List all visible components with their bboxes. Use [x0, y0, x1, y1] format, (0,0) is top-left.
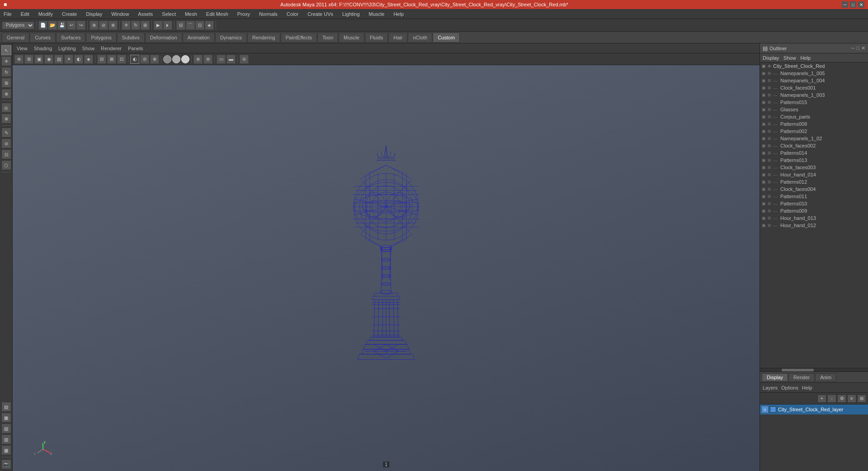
outliner-menu-display[interactable]: Display — [763, 55, 779, 61]
list-item[interactable]: ▣ ⊞ — Patterns002 — [760, 128, 868, 135]
show-manip-tool[interactable]: ⊗ — [1, 114, 11, 124]
menu-lighting[interactable]: Lighting — [340, 10, 362, 18]
outliner-minimize-button[interactable]: ─ — [851, 45, 855, 51]
joint-xray-icon[interactable]: ⊗ — [150, 55, 159, 64]
subtab-options[interactable]: Options — [781, 385, 798, 390]
snap-curve-button[interactable]: ⌒ — [186, 21, 195, 30]
outliner-menu-help[interactable]: Help — [801, 55, 811, 61]
vp-menu-renderer[interactable]: Renderer — [99, 45, 123, 52]
xray-icon[interactable]: ⊘ — [140, 55, 149, 64]
menu-modify[interactable]: Modify — [37, 10, 55, 18]
vp-menu-show[interactable]: Show — [81, 45, 96, 52]
list-item[interactable]: ▣ ⊞ — Clock_faces004 — [760, 186, 868, 193]
artisan-tool[interactable]: ⊡ — [1, 149, 11, 159]
list-item[interactable]: ▣ ⊞ — Hour_hand_012 — [760, 222, 868, 229]
paint-select-button[interactable]: ⊗ — [108, 21, 118, 30]
menu-create[interactable]: Create — [60, 10, 79, 18]
tab-curves[interactable]: Curves — [30, 33, 56, 43]
menu-select[interactable]: Select — [160, 10, 178, 18]
vp-menu-panels[interactable]: Panels — [127, 45, 145, 52]
list-item[interactable]: ▣ ⊞ — Namepanels_1_003 — [760, 91, 868, 99]
3d-viewport[interactable]: x z y 1 — [13, 65, 760, 471]
layer-row[interactable]: V City_Street_Clock_Red_layer — [760, 404, 868, 414]
list-item[interactable]: ▣ ⊞ — Patterns011 — [760, 193, 868, 200]
menu-file[interactable]: File — [2, 10, 14, 18]
layer-options-button[interactable]: ⚙ — [837, 395, 846, 403]
otab-display[interactable]: Display — [762, 373, 788, 381]
polygon-mode-selector[interactable]: Polygons — [2, 21, 34, 29]
soft-select-tool[interactable]: ◎ — [1, 103, 11, 113]
open-scene-button[interactable]: 📂 — [48, 21, 57, 30]
list-item[interactable]: ▣ ⊞ — Patterns009 — [760, 207, 868, 214]
tab-toon[interactable]: Toon — [317, 33, 338, 43]
tab-dynamics[interactable]: Dynamics — [215, 33, 247, 43]
paint-weights-tool[interactable]: ⊘ — [1, 138, 11, 148]
vp-extra-2[interactable]: ⊜ — [203, 55, 212, 64]
menu-normals[interactable]: Normals — [257, 10, 279, 18]
resolution-gate-icon[interactable]: ▭ — [217, 55, 226, 64]
menu-muscle[interactable]: Muscle — [367, 10, 387, 18]
move-tool-button[interactable]: ✛ — [122, 21, 131, 30]
vp-menu-shading[interactable]: Shading — [33, 45, 53, 52]
channel-box-button[interactable]: ▧ — [1, 423, 11, 433]
list-item[interactable]: ▣ ⊞ — Clock_faces003 — [760, 164, 868, 171]
ipr-render-button[interactable]: ⏵ — [163, 21, 172, 30]
scale-tool[interactable]: ⊞ — [1, 78, 11, 88]
tab-hair[interactable]: Hair — [388, 33, 407, 43]
vp-menu-lighting[interactable]: Lighting — [57, 45, 77, 52]
layer-filter-button[interactable]: ⊞ — [857, 395, 866, 403]
render-button[interactable]: ▶ — [154, 21, 163, 30]
tab-fluids[interactable]: Fluids — [365, 33, 388, 43]
close-button[interactable]: ✕ — [858, 1, 864, 8]
menu-proxy[interactable]: Proxy — [236, 10, 252, 18]
maximize-button[interactable]: □ — [850, 1, 856, 8]
menu-edit-mesh[interactable]: Edit Mesh — [204, 10, 230, 18]
camera-tool-icon[interactable]: ⊕ — [14, 55, 24, 64]
film-gate-icon[interactable]: ▬ — [226, 55, 236, 64]
display-2-icon[interactable]: ⊠ — [107, 55, 116, 64]
list-item[interactable]: ▣ ⊞ — Hour_hand_014 — [760, 171, 868, 178]
subtab-help[interactable]: Help — [802, 385, 812, 390]
tool-settings-button[interactable]: ▩ — [1, 445, 11, 455]
list-item[interactable]: ▣ ⊞ — Patterns008 — [760, 120, 868, 128]
new-scene-button[interactable]: 📄 — [38, 21, 47, 30]
viewport-shading-icon[interactable]: ◐ — [130, 55, 139, 64]
scale-tool-button[interactable]: ⊞ — [141, 21, 150, 30]
menu-color[interactable]: Color — [285, 10, 300, 18]
list-item[interactable]: ▣ ⊞ — Namepanels_1_004 — [760, 77, 868, 84]
create-polygon-tool[interactable]: ⬡ — [1, 160, 11, 170]
list-item[interactable]: ▣ ⊞ — Corpus_parts — [760, 113, 868, 120]
camera-icon[interactable]: 📷 — [1, 459, 11, 469]
outliner-scrollbar-h[interactable] — [760, 368, 868, 371]
subtab-layers[interactable]: Layers — [763, 385, 778, 390]
tab-custom[interactable]: Custom — [433, 33, 460, 43]
lighting-icon[interactable]: ☀ — [64, 55, 73, 64]
undo-button[interactable]: ↩ — [67, 21, 76, 30]
menu-edit[interactable]: Edit — [19, 10, 31, 18]
layer-sort-button[interactable]: ≡ — [847, 395, 856, 403]
list-item[interactable]: ▣ ⊞ — Glasses — [760, 106, 868, 113]
universal-tool[interactable]: ⊕ — [1, 89, 11, 99]
texture-icon[interactable]: ▤ — [54, 55, 63, 64]
list-item[interactable]: ▣ ⊞ — Patterns013 — [760, 157, 868, 164]
tab-deformation[interactable]: Deformation — [145, 33, 182, 43]
outliner-close-button[interactable]: ✕ — [861, 45, 865, 51]
tab-muscle[interactable]: Muscle — [339, 33, 364, 43]
select-tool[interactable]: ↖ — [1, 45, 11, 55]
rotate-tool-button[interactable]: ↻ — [131, 21, 140, 30]
outliner-menu-show[interactable]: Show — [783, 55, 796, 61]
attribute-editor-button[interactable]: ▨ — [1, 434, 11, 444]
tab-animation[interactable]: Animation — [183, 33, 215, 43]
tab-polygons[interactable]: Polygons — [86, 33, 116, 43]
select-tool-button[interactable]: ⊕ — [90, 21, 99, 30]
menu-help[interactable]: Help — [392, 10, 406, 18]
save-scene-button[interactable]: 💾 — [57, 21, 66, 30]
otab-render[interactable]: Render — [788, 373, 815, 381]
menu-window[interactable]: Window — [109, 10, 131, 18]
list-item[interactable]: ▣ ⊞ — Patterns015 — [760, 99, 868, 106]
tab-subdivs[interactable]: Subdivs — [117, 33, 145, 43]
list-item[interactable]: ▣ ⊞ — Namepanels_1_02 — [760, 135, 868, 142]
menu-mesh[interactable]: Mesh — [183, 10, 199, 18]
redo-button[interactable]: ↪ — [76, 21, 85, 30]
snap-point-button[interactable]: ⊡ — [195, 21, 204, 30]
